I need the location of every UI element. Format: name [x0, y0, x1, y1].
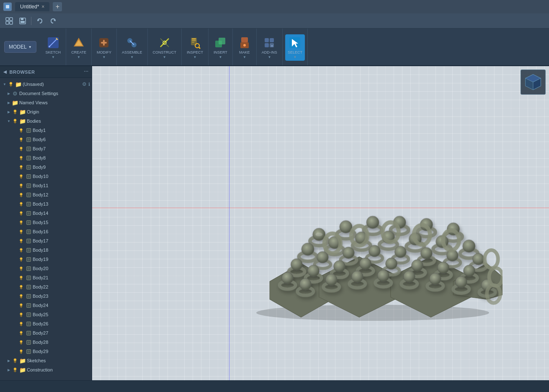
tree-body-light-icon — [18, 330, 24, 336]
tree-body-label: Body16 — [33, 229, 90, 234]
tree-body-item[interactable]: ▶ Body8 — [0, 153, 92, 162]
svg-point-88 — [20, 193, 22, 195]
addins-button[interactable]: + ADD-INS ▼ — [259, 34, 280, 61]
tree-doc-settings-label: Document Settings — [19, 91, 90, 96]
sketch-button[interactable]: SKETCH ▼ — [43, 34, 64, 61]
undo-button[interactable] — [34, 15, 46, 27]
tree-root-info-icon[interactable]: ℹ — [88, 82, 90, 87]
tree-body-item[interactable]: ▶ Body9 — [0, 162, 92, 172]
svg-rect-117 — [27, 240, 30, 242]
browser-collapse-arrow[interactable]: ◀ — [3, 70, 7, 74]
model-dropdown-arrow: ▼ — [28, 45, 32, 49]
tree-body-item[interactable]: ▶ Body17 — [0, 236, 92, 245]
tree-body-item[interactable]: ▶ Body7 — [0, 144, 92, 153]
svg-point-143 — [20, 294, 22, 297]
tree-body-light-icon — [18, 164, 24, 170]
tree-body-item[interactable]: ▶ Body11 — [0, 181, 92, 190]
tree-root-item[interactable]: ▼ 📁 (Unsaved) ⚙ ℹ — [0, 80, 92, 89]
status-bar — [0, 380, 549, 392]
browser-options-button[interactable]: ⋯ — [84, 69, 89, 75]
svg-point-113 — [20, 239, 22, 241]
svg-rect-4 — [6, 21, 9, 24]
tree-body-item[interactable]: ▶ Body21 — [0, 273, 92, 282]
tree-origin-label: Origin — [27, 109, 90, 114]
save-button[interactable] — [17, 15, 28, 27]
tree-body-item[interactable]: ▶ Body15 — [0, 218, 92, 227]
tab-title: Untitled* — [20, 4, 39, 10]
tree-body-item[interactable]: ▶ Body27 — [0, 328, 92, 338]
sketch-dropdown-arrow: ▼ — [52, 55, 55, 59]
tree-construction-item[interactable]: ▶ 📁 Construction — [0, 365, 92, 374]
tree-sketches-folder-icon: 📁 — [19, 357, 26, 364]
tree-named-views-item[interactable]: ▶ 📁 Named Views — [0, 98, 92, 107]
tree-body-item[interactable]: ▶ Body6 — [0, 135, 92, 144]
tree-body-label: Body21 — [33, 275, 90, 280]
tree-body-light-icon — [18, 265, 24, 272]
tree-bodies-item[interactable]: ▼ 📁 Bodies — [0, 116, 92, 126]
tree-body-item[interactable]: ▶ Body24 — [0, 301, 92, 310]
insert-button[interactable]: INSERT ▼ — [211, 34, 230, 61]
tree-body-item[interactable]: ▶ Body29 — [0, 347, 92, 356]
modify-button[interactable]: MODIFY ▼ — [94, 34, 114, 61]
select-button[interactable]: SELECT ▼ — [285, 34, 305, 61]
tree-origin-item[interactable]: ▶ 📁 Origin — [0, 107, 92, 116]
grid-button[interactable] — [3, 15, 15, 27]
select-icon — [288, 36, 302, 49]
tree-root-settings-icon[interactable]: ⚙ — [82, 81, 87, 87]
tree-body-item[interactable]: ▶ Body16 — [0, 227, 92, 236]
tree-body-item[interactable]: ▶ Body1 — [0, 126, 92, 135]
inspect-button[interactable]: INSPECT ▼ — [184, 34, 206, 61]
tree-body-item[interactable]: ▶ Body28 — [0, 338, 92, 347]
tree-body-item[interactable]: ▶ Body20 — [0, 264, 92, 273]
tree-body-item[interactable]: ▶ Body18 — [0, 245, 92, 255]
svg-point-221 — [343, 247, 354, 259]
svg-point-36 — [243, 44, 246, 46]
tree-body-item[interactable]: ▶ Body10 — [0, 172, 92, 181]
tree-body-box-icon — [25, 191, 32, 198]
new-tab-button[interactable]: + — [53, 2, 62, 11]
tree-body-label: Body23 — [33, 294, 90, 299]
select-dropdown-arrow: ▼ — [293, 55, 296, 59]
svg-point-181 — [14, 368, 16, 370]
tree-body-item[interactable]: ▶ Body13 — [0, 199, 92, 209]
tree-body-item[interactable]: ▶ Body25 — [0, 310, 92, 319]
tree-body-item[interactable]: ▶ Body19 — [0, 255, 92, 264]
close-tab-button[interactable]: × — [41, 4, 44, 10]
modify-label: MODIFY — [97, 50, 111, 54]
svg-point-241 — [386, 258, 397, 269]
tree-body-label: Body7 — [33, 146, 90, 151]
construct-dropdown-arrow: ▼ — [163, 55, 166, 59]
svg-point-123 — [20, 257, 22, 260]
tree-body-item[interactable]: ▶ Body14 — [0, 209, 92, 218]
create-icon — [72, 36, 85, 49]
tree-body-box-icon — [25, 173, 32, 180]
model-dropdown-button[interactable]: MODEL ▼ — [4, 41, 36, 53]
body-list: ▶ Body1 ▶ Body6 ▶ Body — [0, 126, 92, 356]
redo-button[interactable] — [47, 15, 59, 27]
tree-body-item[interactable]: ▶ Body26 — [0, 319, 92, 328]
construct-button[interactable]: CONSTRUCT ▼ — [150, 34, 179, 61]
tree-body-item[interactable]: ▶ Body23 — [0, 291, 92, 301]
view-cube-button[interactable] — [521, 70, 546, 95]
create-button[interactable]: CREATE ▼ — [69, 34, 89, 61]
tree-body-item[interactable]: ▶ Body22 — [0, 282, 92, 291]
svg-rect-1 — [6, 5, 9, 8]
make-button[interactable]: MAKE ▼ — [235, 34, 254, 61]
3d-viewport[interactable] — [92, 66, 549, 380]
svg-point-259 — [430, 273, 441, 285]
tree-body-item[interactable]: ▶ Body12 — [0, 190, 92, 199]
svg-point-108 — [20, 230, 22, 232]
document-tab[interactable]: Untitled* × — [15, 2, 49, 11]
assemble-button[interactable]: ASSEMBLE ▼ — [119, 34, 145, 61]
tree-sketches-item[interactable]: ▶ 📁 Sketches — [0, 356, 92, 365]
tree-body-box-icon — [25, 247, 32, 253]
tree-origin-arrow: ▶ — [6, 109, 12, 115]
tree-body-light-icon — [18, 155, 24, 161]
tree-body-label: Body26 — [33, 321, 90, 326]
svg-text:+: + — [271, 44, 273, 48]
tree-body-light-icon — [18, 348, 24, 355]
svg-rect-102 — [27, 212, 30, 214]
tree-doc-settings-item[interactable]: ▶ ⚙ Document Settings — [0, 89, 92, 98]
tree-root-folder-icon: 📁 — [15, 81, 22, 88]
tree-body-box-icon — [25, 311, 32, 318]
